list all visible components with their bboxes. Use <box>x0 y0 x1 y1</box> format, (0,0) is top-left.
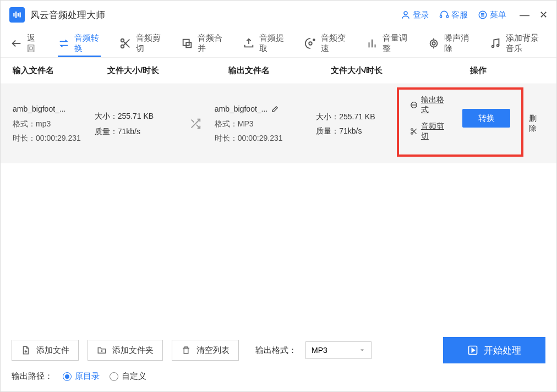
equalizer-icon <box>366 37 378 49</box>
file-row: amb_bigfoot_... 格式：mp3 时长：00:00:29.231 大… <box>1 84 556 163</box>
clear-list-button[interactable]: 清空列表 <box>172 340 239 361</box>
music-icon <box>489 37 501 49</box>
input-size-cell: 大小：255.71 KB 质量：71kb/s <box>95 110 215 138</box>
svg-rect-0 <box>13 13 14 16</box>
svg-point-24 <box>430 40 438 47</box>
output-format-link[interactable]: 输出格式 <box>410 95 451 115</box>
operation-area: 输出格式 音频剪切 转换 <box>397 87 523 157</box>
output-duration: 时长：00:00:29.231 <box>215 132 316 144</box>
col-operation: 操作 <box>412 65 544 76</box>
output-quality: 质量：71kb/s <box>316 125 397 137</box>
col-size-dur-1: 文件大小/时长 <box>107 65 228 76</box>
scissors-icon <box>119 37 132 49</box>
svg-point-28 <box>497 44 499 46</box>
input-duration: 时长：00:00:29.231 <box>13 132 95 144</box>
column-headers: 输入文件名 文件大小/时长 输出文件名 文件大小/时长 操作 <box>1 58 556 84</box>
play-icon <box>467 345 478 356</box>
back-button[interactable]: 返回 <box>10 29 39 57</box>
svg-rect-6 <box>447 15 449 18</box>
start-processing-button[interactable]: 开始处理 <box>443 337 545 363</box>
add-folder-button[interactable]: 添加文件夹 <box>88 340 163 361</box>
title-bar: 风云音频处理大师 登录 客服 菜单 — ✕ <box>1 1 556 29</box>
shuffle-icon[interactable] <box>189 118 201 130</box>
svg-rect-2 <box>18 13 19 16</box>
output-format-label: 输出格式： <box>255 345 297 356</box>
minimize-button[interactable]: — <box>520 10 529 20</box>
convert-icon <box>58 37 70 49</box>
svg-point-23 <box>432 42 435 45</box>
scissors-small-icon <box>410 128 418 135</box>
output-path-original-radio[interactable]: 原目录 <box>63 371 100 382</box>
edit-icon[interactable] <box>271 106 278 113</box>
support-button[interactable]: 客服 <box>439 10 468 20</box>
output-file-cell: amb_bigfoot_... 格式：MP3 时长：00:00:29.231 <box>215 103 316 144</box>
input-format: 格式：mp3 <box>13 118 95 130</box>
input-quality: 质量：71kb/s <box>95 125 154 137</box>
app-logo-icon <box>9 7 25 23</box>
svg-line-31 <box>191 120 194 123</box>
audio-cut-link[interactable]: 音频剪切 <box>410 122 451 141</box>
svg-marker-43 <box>472 349 474 352</box>
speed-icon <box>304 37 316 49</box>
trash-icon <box>181 345 191 355</box>
tab-audio-merge[interactable]: 音频合并 <box>181 29 224 57</box>
tab-audio-cut[interactable]: 音频剪切 <box>119 29 162 57</box>
output-size-cell: 大小：255.71 KB 质量：71kb/s <box>316 111 397 137</box>
headset-icon <box>439 10 449 20</box>
tab-audio-convert[interactable]: 音频转换 <box>58 29 101 57</box>
menu-icon <box>478 10 488 20</box>
svg-rect-5 <box>440 15 442 18</box>
svg-rect-3 <box>20 13 21 18</box>
output-format-select[interactable]: MP3 <box>305 341 372 359</box>
output-filename: amb_bigfoot_... <box>215 103 268 115</box>
tab-volume-adjust[interactable]: 音量调整 <box>366 29 409 57</box>
svg-rect-1 <box>15 12 17 18</box>
col-output-name: 输出文件名 <box>228 65 331 76</box>
merge-icon <box>181 37 193 49</box>
format-icon <box>410 101 418 109</box>
tab-audio-extract[interactable]: 音频提取 <box>243 29 286 57</box>
svg-point-4 <box>404 12 407 15</box>
input-file-cell: amb_bigfoot_... 格式：mp3 时长：00:00:29.231 <box>1 103 95 144</box>
delete-button[interactable]: 删除 <box>529 114 544 134</box>
col-input-name: 输入文件名 <box>13 65 107 76</box>
arrow-left-icon <box>10 37 23 49</box>
svg-line-30 <box>196 125 200 128</box>
app-title: 风云音频处理大师 <box>30 9 105 21</box>
svg-point-18 <box>309 42 312 45</box>
add-file-button[interactable]: 添加文件 <box>12 340 79 361</box>
tab-denoise[interactable]: 噪声消除 <box>428 29 471 57</box>
tab-add-bgm[interactable]: 添加背景音乐 <box>489 29 547 57</box>
svg-point-27 <box>492 45 494 47</box>
file-add-icon <box>21 345 31 355</box>
denoise-icon <box>428 37 440 49</box>
col-size-dur-2: 文件大小/时长 <box>331 65 412 76</box>
svg-point-19 <box>313 39 315 41</box>
extract-icon <box>243 37 255 49</box>
tab-bar: 返回 音频转换 音频剪切 音频合并 音频提取 音频变速 音量调整 噪声消除 添加… <box>1 29 556 58</box>
footer: 添加文件 添加文件夹 清空列表 输出格式： MP3 开始处理 输出路径： 原目录… <box>1 330 556 391</box>
tab-audio-speed[interactable]: 音频变速 <box>304 29 347 57</box>
close-button[interactable]: ✕ <box>539 10 548 20</box>
output-path-custom-radio[interactable]: 自定义 <box>110 371 146 382</box>
input-filename: amb_bigfoot_... <box>13 103 95 115</box>
input-size: 大小：255.71 KB <box>95 110 154 122</box>
output-path-label: 输出路径： <box>12 371 53 382</box>
output-format: 格式：MP3 <box>215 118 316 130</box>
output-size: 大小：255.71 KB <box>316 111 397 123</box>
menu-button[interactable]: 菜单 <box>478 10 506 20</box>
user-icon <box>401 10 411 20</box>
convert-button[interactable]: 转换 <box>462 109 510 128</box>
folder-add-icon <box>97 345 107 355</box>
login-button[interactable]: 登录 <box>401 10 429 20</box>
chevron-down-icon <box>359 347 365 354</box>
